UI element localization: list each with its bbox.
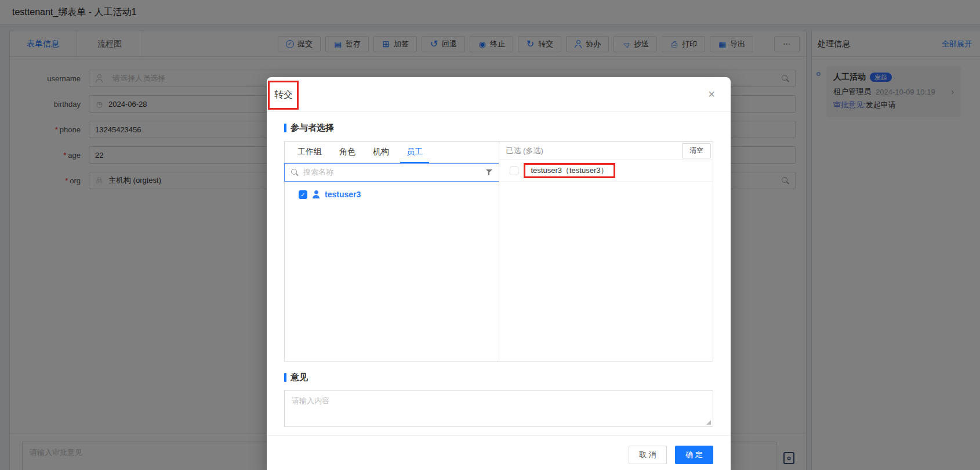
section-accent-bar — [284, 373, 286, 382]
user-icon — [312, 190, 320, 198]
picker-tab-label: 员工 — [406, 147, 423, 157]
opinion-textarea[interactable]: 请输入内容 — [284, 390, 713, 427]
modal-header: 转交 ✕ — [267, 77, 731, 112]
search-icon — [291, 168, 299, 176]
search-input[interactable]: 搜索名称 — [284, 163, 499, 182]
close-icon[interactable]: ✕ — [708, 89, 716, 100]
picker-tabs: 工作组 角色 机构 员工 — [285, 142, 499, 163]
tree-item-checkbox[interactable] — [299, 190, 307, 199]
user-tree: testuser3 — [285, 182, 499, 199]
cancel-button[interactable]: 取 消 — [629, 446, 667, 464]
screen: testtenant_绑表单 - 人工活动1 表单信息 流程图 提交 暂存 — [0, 0, 980, 470]
picker-tab[interactable]: 工作组 — [297, 142, 322, 162]
opinion-section-title: 意见 — [284, 372, 713, 383]
tree-item[interactable]: testuser3 — [299, 190, 499, 199]
selected-row: testuser3（testuser3） — [499, 160, 713, 182]
selected-row-checkbox[interactable] — [510, 167, 518, 175]
picker-tab-label: 角色 — [339, 147, 355, 157]
clear-button[interactable]: 清空 — [682, 143, 711, 158]
participant-section-title: 参与者选择 — [284, 122, 713, 133]
tree-item-name: testuser3 — [325, 190, 361, 199]
search-placeholder: 搜索名称 — [303, 167, 333, 178]
picker-tab-label: 工作组 — [297, 147, 322, 157]
selected-header-label: 已选 (多选) — [506, 146, 543, 156]
section-accent-bar — [284, 124, 286, 132]
modal-body: 参与者选择 工作组 角色 机构 员工 — [267, 122, 731, 427]
filter-icon[interactable] — [485, 169, 493, 176]
modal-footer: 取 消 确 定 — [267, 435, 731, 464]
picker-left-pane: 工作组 角色 机构 员工 搜索名称 — [285, 142, 499, 361]
transfer-modal: 转交 ✕ 参与者选择 工作组 角色 机构 — [267, 77, 731, 470]
participant-picker: 工作组 角色 机构 员工 搜索名称 — [284, 141, 713, 361]
picker-selected-pane: 已选 (多选) 清空 testuser3（testuser3） — [499, 142, 713, 361]
selected-header: 已选 (多选) 清空 — [499, 142, 713, 160]
opinion-placeholder: 请输入内容 — [292, 396, 329, 405]
picker-tab[interactable]: 员工 — [406, 142, 423, 162]
confirm-button[interactable]: 确 定 — [675, 446, 713, 464]
selected-user-name: testuser3（testuser3） — [524, 163, 616, 178]
modal-title: 转交 — [274, 89, 293, 101]
picker-tab-label: 机构 — [373, 147, 389, 157]
picker-tab[interactable]: 机构 — [373, 142, 389, 162]
picker-tab[interactable]: 角色 — [339, 142, 355, 162]
